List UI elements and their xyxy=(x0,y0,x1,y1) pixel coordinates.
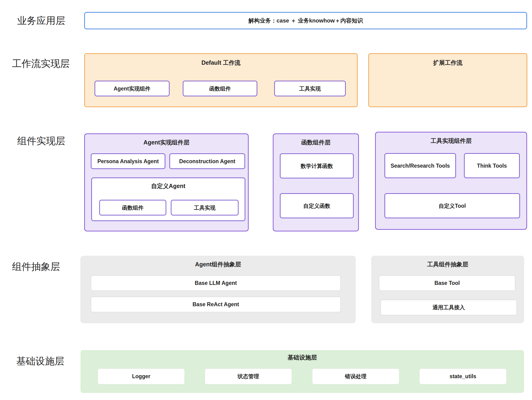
agent-impl-layer-title: Agent实现组件层 xyxy=(85,139,248,146)
agent-abstract-title: Agent组件抽象层 xyxy=(81,261,355,268)
custom-tool-box: 自定义Tool xyxy=(385,193,520,218)
extended-workflow-title: 扩展工作流 xyxy=(369,59,527,66)
error-handling-box: 错误处理 xyxy=(312,369,399,384)
base-react-agent-box: Base ReAct Agent xyxy=(91,297,341,312)
layer-label-workflow: 工作流实现层 xyxy=(12,58,70,69)
logger-box: Logger xyxy=(98,369,185,384)
agent-impl-layer-box: Agent实现组件层 Persona Analysis Agent Decons… xyxy=(84,133,249,231)
business-banner: 解构业务：case ＋ 业务knowhow＋内容知识 xyxy=(84,12,527,29)
infra-box: 基础设施层 Logger 状态管理 错误处理 state_utils xyxy=(81,350,524,393)
layer-label-infra: 基础设施层 xyxy=(16,356,64,367)
persona-analysis-agent-box: Persona Analysis Agent xyxy=(91,153,165,169)
default-workflow-item-function: 函数组件 xyxy=(183,81,257,96)
custom-agent-item-function: 函数组件 xyxy=(99,200,166,215)
tool-impl-layer-box: 工具实现组件层 Search/Research Tools Think Tool… xyxy=(375,132,527,230)
default-workflow-item-agent: Agent实现组件 xyxy=(95,81,170,96)
deconstruction-agent-box: Deconstruction Agent xyxy=(169,153,245,169)
think-tools-box: Think Tools xyxy=(464,153,520,178)
layer-label-component-impl: 组件实现层 xyxy=(17,135,65,147)
tool-abstract-box: 工具组件抽象层 Base Tool 通用工具接入 xyxy=(371,256,524,323)
infra-title: 基础设施层 xyxy=(81,354,524,361)
search-research-tools-box: Search/Research Tools xyxy=(385,153,456,178)
custom-agent-title: 自定义Agent xyxy=(92,182,245,189)
custom-agent-item-tool: 工具实现 xyxy=(171,200,239,215)
tool-abstract-title: 工具组件抽象层 xyxy=(372,261,524,268)
generic-tool-access-box: 通用工具接入 xyxy=(380,300,517,315)
math-function-box: 数学计算函数 xyxy=(280,153,354,178)
tool-impl-layer-title: 工具实现组件层 xyxy=(376,137,526,144)
business-banner-text: 解构业务：case ＋ 业务knowhow＋内容知识 xyxy=(248,17,363,24)
custom-agent-box: 自定义Agent 函数组件 工具实现 xyxy=(91,177,245,221)
base-tool-box: Base Tool xyxy=(379,275,515,291)
custom-function-box: 自定义函数 xyxy=(280,193,354,218)
extended-workflow-box: 扩展工作流 xyxy=(368,53,527,107)
layer-label-component-abstract: 组件抽象层 xyxy=(12,261,60,272)
layer-label-business: 业务应用层 xyxy=(17,15,65,26)
function-layer-box: 函数组件层 数学计算函数 自定义函数 xyxy=(273,133,359,231)
state-utils-box: state_utils xyxy=(419,369,507,384)
default-workflow-item-tool: 工具实现 xyxy=(274,81,346,96)
state-management-box: 状态管理 xyxy=(205,369,292,384)
default-workflow-box: Default 工作流 Agent实现组件 函数组件 工具实现 xyxy=(84,53,358,107)
function-layer-title: 函数组件层 xyxy=(273,139,358,146)
default-workflow-title: Default 工作流 xyxy=(85,59,357,66)
agent-abstract-box: Agent组件抽象层 Base LLM Agent Base ReAct Age… xyxy=(81,256,356,323)
base-llm-agent-box: Base LLM Agent xyxy=(91,275,341,291)
